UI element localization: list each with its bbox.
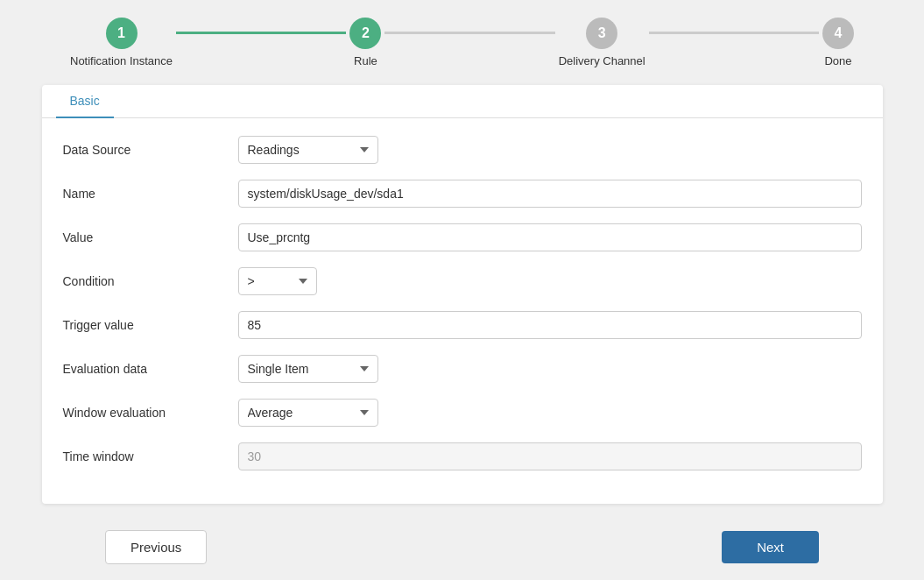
evaluation-data-control: Single Item Window	[238, 355, 862, 383]
previous-button[interactable]: Previous	[105, 530, 207, 564]
time-window-label: Time window	[63, 449, 238, 463]
window-evaluation-select[interactable]: Average Sum Min Max	[238, 399, 378, 427]
data-source-label: Data Source	[63, 143, 238, 157]
step-3: 3 Delivery Channel	[559, 18, 645, 67]
step-label-3: Delivery Channel	[559, 54, 645, 67]
tab-bar: Basic	[42, 85, 883, 118]
trigger-value-row: Trigger value	[63, 311, 862, 339]
step-label-1: Notification Instance	[70, 54, 173, 67]
step-1: 1 Notification Instance	[70, 18, 173, 67]
step-label-2: Rule	[354, 54, 377, 67]
window-evaluation-label: Window evaluation	[63, 406, 238, 420]
form-body: Data Source Readings Audit Name Value	[42, 118, 883, 504]
step-circle-2: 2	[349, 18, 381, 49]
window-evaluation-row: Window evaluation Average Sum Min Max	[63, 399, 862, 427]
value-label: Value	[63, 230, 238, 244]
step-2: 2 Rule	[349, 18, 381, 67]
data-source-row: Data Source Readings Audit	[63, 136, 862, 164]
name-input[interactable]	[238, 180, 862, 208]
data-source-select[interactable]: Readings Audit	[238, 136, 378, 164]
step-line-1	[176, 32, 346, 34]
step-label-4: Done	[824, 54, 851, 67]
time-window-row: Time window	[63, 442, 862, 470]
time-window-input	[238, 442, 862, 470]
time-window-control	[238, 442, 862, 470]
evaluation-data-select[interactable]: Single Item Window	[238, 355, 378, 383]
trigger-value-control	[238, 311, 862, 339]
condition-row: Condition > < >= <= = !=	[63, 267, 862, 295]
step-4: 4 Done	[822, 18, 854, 67]
name-control	[238, 180, 862, 208]
trigger-value-label: Trigger value	[63, 318, 238, 332]
condition-control: > < >= <= = !=	[238, 267, 862, 295]
next-button[interactable]: Next	[722, 531, 819, 563]
main-card: Basic Data Source Readings Audit Name Va…	[42, 85, 883, 504]
name-row: Name	[63, 180, 862, 208]
evaluation-data-row: Evaluation data Single Item Window	[63, 355, 862, 383]
step-circle-4: 4	[822, 18, 854, 49]
trigger-value-input[interactable]	[238, 311, 862, 339]
step-circle-1: 1	[106, 18, 138, 49]
step-line-2	[384, 32, 554, 34]
evaluation-data-label: Evaluation data	[63, 362, 238, 376]
step-circle-3: 3	[586, 18, 617, 49]
tab-basic[interactable]: Basic	[56, 85, 114, 118]
stepper: 1 Notification Instance 2 Rule 3 Deliver…	[0, 0, 924, 85]
value-row: Value	[63, 223, 862, 251]
value-control	[238, 223, 862, 251]
value-input[interactable]	[238, 223, 862, 251]
condition-label: Condition	[63, 274, 238, 288]
name-label: Name	[63, 187, 238, 201]
condition-select[interactable]: > < >= <= = !=	[238, 267, 317, 295]
data-source-control: Readings Audit	[238, 136, 862, 164]
window-evaluation-control: Average Sum Min Max	[238, 399, 862, 427]
footer: Previous Next	[0, 504, 924, 580]
step-line-3	[649, 32, 819, 34]
